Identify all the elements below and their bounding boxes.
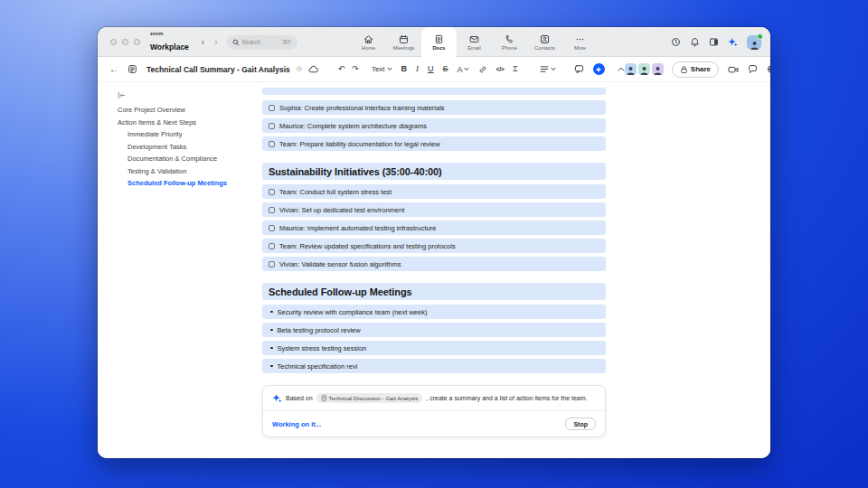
minimize-window-button[interactable] <box>122 39 128 45</box>
todo-row[interactable]: Vivian: Set up dedicated test environmen… <box>262 202 606 217</box>
checkbox-icon[interactable] <box>269 189 275 195</box>
tab-contacts[interactable]: Contacts <box>527 27 562 57</box>
checkbox-icon[interactable] <box>269 261 275 267</box>
todo-row[interactable]: Vivian: Validate sensor fusion algorithm… <box>262 257 606 271</box>
ai-status-row: Working on it... Stop <box>263 411 605 436</box>
undo-icon[interactable]: ↶ <box>338 65 345 73</box>
tab-meetings[interactable]: Meetings <box>386 27 421 57</box>
star-favorite-icon[interactable]: ☆ <box>296 65 303 73</box>
row-text: Team: Prepare liability documentation fo… <box>279 140 440 148</box>
todo-row[interactable]: Maurice: Complete system architecture di… <box>262 118 606 133</box>
more-icon <box>575 34 585 44</box>
maximize-window-button[interactable] <box>134 39 140 45</box>
tab-email[interactable]: Email <box>457 27 492 57</box>
outline-item[interactable]: Documentation & Compliance <box>118 153 253 165</box>
cloud-saved-icon <box>308 65 318 74</box>
heading-row[interactable]: Sustainability Initiatives (35:00-40:00) <box>262 163 606 180</box>
todo-row[interactable]: Team: Review updated specifications and … <box>262 239 606 253</box>
checkbox-icon[interactable] <box>269 243 275 249</box>
ai-companion-icon[interactable] <box>728 37 738 47</box>
checkbox-icon[interactable] <box>269 141 275 147</box>
todo-row[interactable]: Team: Conduct full system stress test <box>262 184 606 199</box>
tab-home[interactable]: Home <box>351 27 386 57</box>
ai-prompt-suffix: , create a summary and a list of action … <box>426 395 587 401</box>
heading-row[interactable]: Scheduled Follow-up Meetings <box>262 283 606 300</box>
docs-home-icon[interactable] <box>127 64 137 74</box>
text-color-label: A <box>458 65 463 74</box>
checkbox-icon[interactable] <box>269 105 275 111</box>
phone-icon <box>505 34 514 44</box>
source-doc-chip[interactable]: Technical Discussion - Gait Analysis <box>316 393 423 403</box>
collaborator-3-avatar[interactable] <box>652 63 664 75</box>
ai-prompt-prefix: Based on <box>286 395 313 401</box>
bullet-row[interactable]: System stress testing session <box>262 341 606 355</box>
italic-button[interactable]: I <box>416 65 419 73</box>
tab-label: Home <box>362 45 375 51</box>
underline-button[interactable]: U <box>428 65 434 73</box>
zoom-workplace-window: zoom Workplace ‹ › Search ⌘F HomeMeeting… <box>98 27 770 458</box>
nav-forward-icon[interactable]: › <box>214 38 217 47</box>
search-placeholder: Search <box>242 39 261 45</box>
outline-item[interactable]: Development Tasks <box>118 141 253 154</box>
bullet-row[interactable]: Beta testing protocol review <box>262 323 606 337</box>
text-style-dropdown[interactable]: Text <box>372 65 392 73</box>
tab-phone[interactable]: Phone <box>492 27 527 57</box>
doc-chip-icon <box>321 395 327 401</box>
close-window-button[interactable] <box>110 39 117 45</box>
strikethrough-button[interactable]: S <box>443 65 448 73</box>
start-video-icon[interactable] <box>728 65 739 74</box>
nav-back-icon[interactable]: ‹ <box>202 38 204 47</box>
formula-button[interactable]: Σ <box>513 65 518 73</box>
ai-companion-button[interactable] <box>593 63 605 75</box>
redo-icon[interactable]: ↷ <box>352 65 359 73</box>
source-doc-label: Technical Discussion - Gait Analysis <box>329 395 419 401</box>
globe-icon[interactable] <box>767 64 770 74</box>
user-avatar[interactable] <box>747 35 761 50</box>
collaborator-2-avatar[interactable] <box>638 63 650 75</box>
history-icon[interactable] <box>671 37 681 47</box>
partially-visible-row[interactable] <box>262 88 606 95</box>
tab-docs[interactable]: Docs <box>421 27 457 57</box>
checkbox-icon[interactable] <box>269 225 275 231</box>
tab-label: Meetings <box>393 45 415 51</box>
collapse-toolbar-icon[interactable] <box>618 67 625 71</box>
sparkle-white-icon <box>595 66 602 73</box>
home-icon <box>363 34 373 44</box>
collapse-outline-icon[interactable] <box>118 91 253 99</box>
stop-button[interactable]: Stop <box>565 418 596 430</box>
link-icon[interactable] <box>478 65 487 74</box>
share-button[interactable]: Share <box>672 61 719 78</box>
outline-item[interactable]: Immediate Priority <box>118 128 253 141</box>
outline-sidebar: Core Project OverviewAction Items & Next… <box>98 82 253 458</box>
outline-item[interactable]: Action Items & Next Steps <box>118 117 253 129</box>
checkbox-icon[interactable] <box>269 123 275 129</box>
collaborator-1-avatar[interactable] <box>625 63 637 75</box>
sidebar-toggle-icon[interactable] <box>709 37 719 47</box>
tab-label: More <box>574 45 586 51</box>
todo-row[interactable]: Maurice: Implement automated testing inf… <box>262 221 606 235</box>
todo-row[interactable]: Sophia: Create professional interface tr… <box>262 100 606 115</box>
search-input[interactable]: Search ⌘F <box>227 35 297 50</box>
chevron-down-icon <box>551 67 556 71</box>
desktop-background: zoom Workplace ‹ › Search ⌘F HomeMeeting… <box>0 0 868 488</box>
bold-button[interactable]: B <box>401 65 408 73</box>
outline-item[interactable]: Testing & Validation <box>118 165 253 178</box>
bullet-row[interactable]: Technical specification revi <box>262 359 606 373</box>
text-color-dropdown[interactable]: A <box>458 65 469 74</box>
doc-toolbar: ← Technical Call Summary - Gait Analysis… <box>98 57 770 82</box>
tab-more[interactable]: More <box>562 27 598 57</box>
checkbox-icon[interactable] <box>269 207 275 213</box>
code-button[interactable]: </> <box>496 66 505 72</box>
chat-icon[interactable] <box>748 64 758 74</box>
back-icon[interactable]: ← <box>109 65 118 74</box>
todo-row[interactable]: Team: Prepare liability documentation fo… <box>262 136 606 151</box>
row-text: Technical specification revi <box>278 362 358 371</box>
notifications-bell-icon[interactable] <box>690 37 700 47</box>
comment-icon[interactable] <box>574 64 584 74</box>
align-dropdown[interactable] <box>540 65 556 73</box>
outline-item[interactable]: Scheduled Follow-up Meetings <box>118 177 253 190</box>
bullet-row[interactable]: Security review with compliance team (ne… <box>262 305 606 319</box>
outline-item[interactable]: Core Project Overview <box>118 104 253 117</box>
contacts-icon <box>540 34 550 44</box>
row-text: Maurice: Complete system architecture di… <box>279 122 427 130</box>
